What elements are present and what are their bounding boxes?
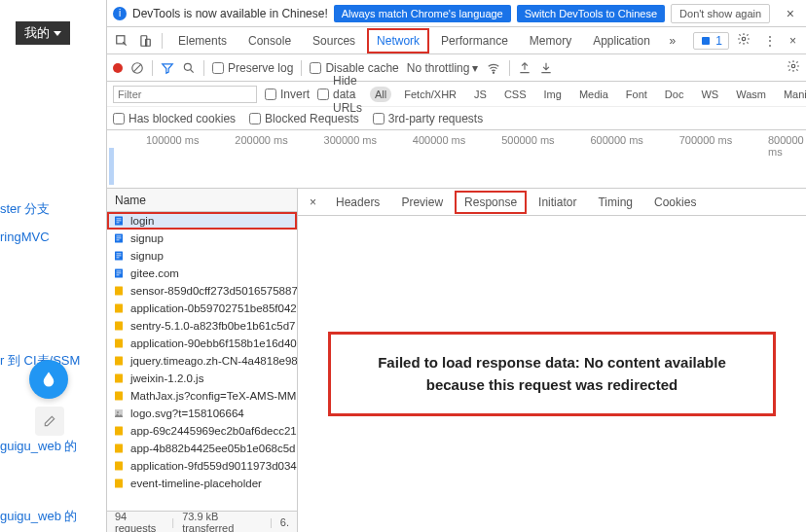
wifi-icon[interactable] [486, 61, 501, 75]
timeline-label: 600000 ms [590, 134, 642, 146]
request-row[interactable]: logo.svg?t=158106664 [107, 405, 297, 422]
inspect-icon[interactable] [111, 34, 132, 48]
response-body: Failed to load response data: No content… [298, 216, 806, 532]
tab-memory[interactable]: Memory [520, 28, 581, 53]
close-devtools-icon[interactable]: × [784, 34, 802, 48]
more-tabs-icon[interactable]: » [662, 34, 683, 48]
edit-badge[interactable] [35, 407, 64, 436]
svg-rect-20 [117, 258, 120, 259]
info-text: DevTools is now available in Chinese! [132, 7, 328, 20]
upload-icon[interactable] [518, 61, 531, 75]
match-language-button[interactable]: Always match Chrome's language [334, 5, 511, 22]
request-name: jweixin-1.2.0.js [130, 372, 203, 384]
request-name: signup [130, 232, 164, 244]
detail-tab-preview[interactable]: Preview [391, 191, 453, 214]
type-filter-fetchxhr[interactable]: Fetch/XHR [399, 87, 461, 102]
third-party-checkbox[interactable]: 3rd-party requests [373, 112, 483, 125]
type-filter-img[interactable]: Img [539, 87, 567, 102]
timeline[interactable]: 100000 ms200000 ms300000 ms400000 ms5000… [107, 130, 806, 189]
request-row[interactable]: gitee.com [107, 265, 297, 282]
request-name: login [130, 215, 154, 227]
tab-performance[interactable]: Performance [431, 28, 518, 53]
file-icon [113, 215, 125, 227]
type-filter-js[interactable]: JS [469, 87, 492, 102]
settings-icon[interactable] [731, 32, 756, 49]
search-icon[interactable] [182, 61, 196, 75]
svg-rect-35 [115, 444, 123, 453]
type-filter-ws[interactable]: WS [696, 87, 723, 102]
invert-checkbox[interactable]: Invert [265, 88, 310, 101]
filter-input[interactable] [113, 86, 257, 103]
request-list[interactable]: loginsignupsignupgitee.comsensor-859d0cf… [107, 212, 297, 511]
request-name: jquery.timeago.zh-CN-4a4818e98 [130, 355, 297, 367]
type-filter-wasm[interactable]: Wasm [731, 87, 771, 102]
file-icon [113, 250, 125, 262]
request-row[interactable]: application-90ebb6f158b1e16d40 [107, 335, 297, 352]
switch-chinese-button[interactable]: Switch DevTools to Chinese [517, 5, 665, 22]
type-filter-doc[interactable]: Doc [660, 87, 689, 102]
request-name: sensor-859d0cff273d50165758871 [130, 285, 297, 297]
tab-application[interactable]: Application [583, 28, 660, 53]
user-dropdown[interactable]: 我的 [16, 21, 70, 45]
tab-elements[interactable]: Elements [168, 28, 237, 53]
clear-icon[interactable] [130, 61, 144, 75]
type-filter-font[interactable]: Font [621, 87, 652, 102]
tab-sources[interactable]: Sources [303, 28, 365, 53]
request-row[interactable]: app-4b882b4425ee05b1e068c5d [107, 440, 297, 457]
record-button[interactable] [113, 63, 123, 73]
timeline-label: 700000 ms [679, 134, 732, 146]
detail-tab-response[interactable]: Response [455, 191, 527, 214]
type-filter-css[interactable]: CSS [499, 87, 531, 102]
close-detail-icon[interactable]: × [302, 195, 324, 209]
status-extra: 6. [280, 516, 289, 528]
request-row[interactable]: application-9fd559d9011973d034 [107, 457, 297, 475]
download-icon[interactable] [539, 61, 553, 75]
request-row[interactable]: signup [107, 230, 297, 247]
request-row[interactable]: event-timeline-placeholder [107, 475, 297, 492]
water-drop-icon [40, 371, 57, 388]
issues-button[interactable]: 1 [693, 32, 729, 50]
filter-row-2: Has blocked cookies Blocked Requests 3rd… [107, 107, 806, 130]
type-filter-manifest[interactable]: Manifest [779, 87, 806, 102]
side-link[interactable]: guigu_web 的 [0, 504, 78, 529]
request-row[interactable]: application-0b59702751be85f042 [107, 300, 297, 317]
device-toggle-icon[interactable] [134, 34, 156, 48]
main-tabs: ElementsConsoleSourcesNetworkPerformance… [107, 27, 806, 54]
request-row[interactable]: MathJax.js?config=TeX-AMS-MM [107, 387, 297, 405]
timeline-label: 800000 ms [768, 134, 806, 158]
throttling-select[interactable]: No throttling ▾ [407, 61, 479, 75]
preserve-log-checkbox[interactable]: Preserve log [212, 61, 293, 75]
request-row[interactable]: signup [107, 247, 297, 265]
kebab-icon[interactable]: ⋮ [758, 34, 782, 48]
blocked-requests-checkbox[interactable]: Blocked Requests [249, 112, 359, 125]
network-settings-icon[interactable] [787, 59, 800, 76]
request-row[interactable]: sensor-859d0cff273d50165758871 [107, 282, 297, 300]
name-column-header[interactable]: Name [107, 189, 297, 212]
side-link[interactable]: ster 分支 [0, 196, 50, 222]
request-row[interactable]: login [107, 212, 297, 230]
detail-tab-initiator[interactable]: Initiator [529, 191, 586, 214]
detail-tab-headers[interactable]: Headers [326, 191, 389, 214]
close-icon[interactable]: × [781, 6, 800, 21]
request-row[interactable]: app-69c2445969ec2b0af6decc21 [107, 422, 297, 440]
side-link[interactable]: ringMVC [0, 226, 50, 248]
side-link[interactable]: guigu_web 的 [0, 434, 78, 459]
request-row[interactable]: jweixin-1.2.0.js [107, 370, 297, 387]
request-row[interactable]: sentry-5.1.0-a823fb0be1b61c5d7 [107, 317, 297, 335]
type-filter-media[interactable]: Media [574, 87, 613, 102]
type-filter-all[interactable]: All [370, 87, 391, 102]
disable-cache-checkbox[interactable]: Disable cache [310, 61, 398, 75]
detail-tab-cookies[interactable]: Cookies [644, 191, 706, 214]
svg-rect-15 [117, 238, 122, 239]
filter-icon[interactable] [161, 61, 174, 75]
tab-console[interactable]: Console [238, 28, 301, 53]
dont-show-again-button[interactable]: Don't show again [671, 4, 770, 23]
tab-network[interactable]: Network [367, 28, 429, 53]
detail-tab-timing[interactable]: Timing [588, 191, 642, 214]
floating-badge[interactable] [29, 360, 68, 399]
blocked-cookies-checkbox[interactable]: Has blocked cookies [113, 112, 236, 125]
detail-tabs: × HeadersPreviewResponseInitiatorTimingC… [298, 189, 806, 216]
request-row[interactable]: jquery.timeago.zh-CN-4a4818e98 [107, 352, 297, 370]
file-icon [113, 267, 125, 279]
svg-rect-26 [115, 304, 123, 313]
